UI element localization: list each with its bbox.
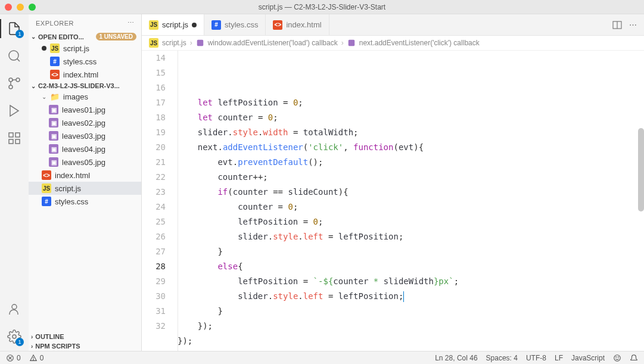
tab-index-html[interactable]: <>index.html xyxy=(266,14,329,35)
code-line[interactable]: evt.preventDefault(); xyxy=(178,155,644,170)
breadcrumb-file[interactable]: script.js xyxy=(162,39,186,47)
status-spaces[interactable]: Spaces: 4 xyxy=(486,354,518,362)
line-number: 14 xyxy=(142,51,166,66)
split-editor-icon[interactable] xyxy=(612,20,622,30)
account-icon[interactable] xyxy=(6,301,23,318)
file-item[interactable]: ▣leaves03.jpg xyxy=(29,129,141,142)
chevron-down-icon: ⌄ xyxy=(31,33,36,40)
line-number: 23 xyxy=(142,185,166,200)
file-item[interactable]: <>index.html xyxy=(29,169,141,182)
outline-section[interactable]: › OUTLINE xyxy=(29,332,141,341)
code-line[interactable]: counter = 0; xyxy=(178,200,644,214)
code-line[interactable]: leftPosition = 0; xyxy=(178,214,644,229)
code-line[interactable]: let leftPosition = 0; xyxy=(178,95,644,110)
npm-scripts-section[interactable]: › NPM SCRIPTS xyxy=(29,341,141,351)
file-item[interactable]: ▣leaves05.jpg xyxy=(29,155,141,169)
code-content[interactable]: let leftPosition = 0; let counter = 0; s… xyxy=(178,51,644,351)
tab-styles-css[interactable]: #styles.css xyxy=(204,14,266,35)
explorer-more-icon[interactable]: ⋯ xyxy=(127,19,135,27)
code-line[interactable]: } xyxy=(178,304,644,319)
code-line[interactable]: else{ xyxy=(178,259,644,274)
open-editor-item[interactable]: #styles.css xyxy=(29,55,141,68)
feedback-icon[interactable] xyxy=(613,354,621,362)
file-item[interactable]: ▣leaves04.jpg xyxy=(29,142,141,155)
file-item[interactable]: ▣leaves02.jpg xyxy=(29,116,141,129)
breadcrumb-path2[interactable]: next.addEventListener('click') callback xyxy=(359,39,480,47)
breadcrumb[interactable]: JS script.js › window.addEventListener('… xyxy=(142,36,644,51)
warning-icon xyxy=(29,354,38,362)
folder-name: images xyxy=(63,92,88,101)
extensions-icon[interactable] xyxy=(6,130,23,147)
file-name: leaves01.jpg xyxy=(62,105,105,114)
svg-point-11 xyxy=(13,335,16,338)
status-line-col[interactable]: Ln 28, Col 46 xyxy=(435,354,477,362)
file-name: leaves05.jpg xyxy=(62,158,105,167)
css-file-icon: # xyxy=(211,20,221,30)
line-numbers: 14151617181920212223242526272829303132 xyxy=(142,51,178,351)
file-item[interactable]: ▣leaves01.jpg xyxy=(29,103,141,116)
tab-label: script.js xyxy=(162,20,188,29)
settings-badge: 1 xyxy=(15,338,24,346)
line-number: 19 xyxy=(142,125,166,140)
project-section[interactable]: ⌄ C2-M3-L2-JS-SLIDER-V3... xyxy=(29,81,141,91)
file-item[interactable]: #styles.css xyxy=(29,195,141,208)
line-number: 17 xyxy=(142,95,166,110)
notifications-icon[interactable] xyxy=(630,354,638,362)
code-line[interactable]: }); xyxy=(178,334,644,349)
search-icon[interactable] xyxy=(6,48,23,64)
img-file-icon: ▣ xyxy=(49,144,58,154)
folder-item[interactable]: ⌄📁images xyxy=(29,91,141,103)
explorer-icon[interactable]: 1 xyxy=(6,20,23,37)
settings-icon[interactable]: 1 xyxy=(6,328,23,345)
tab-bar: JSscript.js#styles.css<>index.html ⋯ xyxy=(142,14,644,36)
code-line[interactable]: leftPosition = `-${counter * slideWidth}… xyxy=(178,274,644,289)
unsaved-badge: 1 UNSAVED xyxy=(96,33,137,41)
code-line[interactable]: slider.style.width = totalWidth; xyxy=(178,125,644,140)
code-line[interactable]: if(counter == slideCount){ xyxy=(178,185,644,200)
status-language[interactable]: JavaScript xyxy=(571,354,605,362)
open-editors-section[interactable]: ⌄ OPEN EDITO... 1 UNSAVED xyxy=(29,32,141,42)
svg-line-1 xyxy=(17,59,20,61)
code-line[interactable]: let counter = 0; xyxy=(178,110,644,125)
file-item[interactable]: JSscript.js xyxy=(29,182,141,195)
close-window-icon[interactable] xyxy=(5,4,12,11)
status-errors[interactable]: 0 xyxy=(6,354,21,362)
run-debug-icon[interactable] xyxy=(6,102,23,119)
line-number: 18 xyxy=(142,110,166,125)
status-encoding[interactable]: UTF-8 xyxy=(526,354,546,362)
maximize-window-icon[interactable] xyxy=(29,4,36,11)
minimize-window-icon[interactable] xyxy=(17,4,24,11)
explorer-badge: 1 xyxy=(15,30,24,38)
activity-bar: 1 1 xyxy=(0,14,29,351)
code-line[interactable]: next.addEventListener('click', function(… xyxy=(178,140,644,155)
source-control-icon[interactable] xyxy=(6,75,23,92)
traffic-lights xyxy=(5,4,36,11)
html-file-icon: <> xyxy=(42,170,51,180)
tab-label: index.html xyxy=(286,20,321,29)
chevron-right-icon: › xyxy=(341,39,344,47)
breadcrumb-path1[interactable]: window.addEventListener('load') callback xyxy=(208,39,338,47)
open-editor-item[interactable]: <>index.html xyxy=(29,68,141,81)
status-eol[interactable]: LF xyxy=(555,354,563,362)
tab-script-js[interactable]: JSscript.js xyxy=(142,14,204,35)
outline-label: OUTLINE xyxy=(35,333,64,340)
project-label: C2-M3-L2-JS-SLIDER-V3... xyxy=(38,82,120,89)
file-name: index.html xyxy=(55,171,90,180)
code-editor[interactable]: 14151617181920212223242526272829303132 l… xyxy=(142,51,644,351)
open-editor-item[interactable]: JSscript.js xyxy=(29,42,141,55)
code-line[interactable]: } xyxy=(178,244,644,259)
file-name: styles.css xyxy=(63,57,97,66)
explorer-header: EXPLORER ⋯ xyxy=(29,14,141,32)
img-file-icon: ▣ xyxy=(49,157,58,167)
status-warnings[interactable]: 0 xyxy=(29,354,44,362)
scrollbar-thumb[interactable] xyxy=(638,128,644,211)
code-line[interactable]: slider.style.left = leftPosition; xyxy=(178,289,644,304)
more-actions-icon[interactable]: ⋯ xyxy=(629,20,637,30)
chevron-right-icon: › xyxy=(31,343,33,350)
svg-point-23 xyxy=(618,356,618,357)
chevron-right-icon: › xyxy=(190,39,192,47)
code-line[interactable]: slider.style.left = leftPosition; xyxy=(178,229,644,244)
tab-label: styles.css xyxy=(225,20,258,29)
code-line[interactable]: counter++; xyxy=(178,170,644,185)
code-line[interactable]: }); xyxy=(178,319,644,334)
